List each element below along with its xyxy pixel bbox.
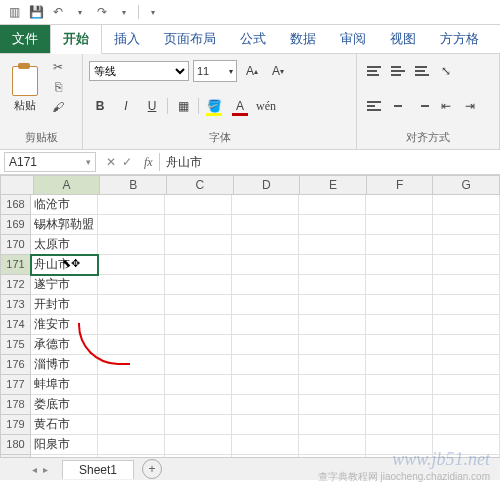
format-painter-icon[interactable]: 🖌 [48, 98, 68, 116]
cell[interactable] [98, 315, 165, 335]
cell[interactable] [98, 235, 165, 255]
cell[interactable] [299, 435, 366, 455]
font-color-button[interactable]: A [229, 95, 251, 117]
column-header[interactable]: G [433, 175, 500, 195]
cell[interactable] [433, 375, 500, 395]
cell[interactable] [232, 295, 299, 315]
row-header[interactable]: 168 [0, 195, 31, 215]
align-center-icon[interactable] [387, 95, 409, 117]
cell[interactable] [98, 435, 165, 455]
column-header[interactable]: D [234, 175, 301, 195]
align-top-icon[interactable] [363, 60, 385, 82]
cell[interactable] [433, 355, 500, 375]
cell[interactable] [366, 355, 433, 375]
sheet-nav-prev-icon[interactable]: ◂ [30, 464, 39, 475]
cell[interactable] [165, 435, 232, 455]
cell[interactable]: 临沧市 [31, 195, 98, 215]
cell[interactable] [366, 375, 433, 395]
select-all-corner[interactable] [0, 175, 34, 195]
cell[interactable] [433, 415, 500, 435]
cell[interactable] [98, 195, 165, 215]
column-header[interactable]: E [300, 175, 367, 195]
cell[interactable] [232, 355, 299, 375]
cell[interactable] [433, 275, 500, 295]
cell[interactable] [232, 435, 299, 455]
row-header[interactable]: 172 [0, 275, 31, 295]
row-header[interactable]: 171 [0, 255, 31, 275]
cell[interactable] [165, 355, 232, 375]
cell[interactable]: 阳泉市 [31, 435, 98, 455]
cell[interactable] [165, 295, 232, 315]
accept-formula-icon[interactable]: ✓ [122, 155, 132, 169]
cut-icon[interactable]: ✂ [48, 58, 68, 76]
cell[interactable] [232, 395, 299, 415]
phonetic-button[interactable]: wén [255, 95, 277, 117]
cell[interactable]: 娄底市 [31, 395, 98, 415]
cell[interactable] [98, 395, 165, 415]
cell[interactable] [366, 395, 433, 415]
formula-bar-input[interactable]: 舟山市 [159, 153, 500, 171]
cell[interactable] [299, 255, 366, 275]
cell[interactable] [299, 275, 366, 295]
column-header[interactable]: C [167, 175, 234, 195]
orientation-icon[interactable]: ⤡ [435, 60, 457, 82]
cell[interactable] [232, 255, 299, 275]
column-header[interactable]: B [100, 175, 167, 195]
cell[interactable] [165, 335, 232, 355]
tab-data[interactable]: 数据 [278, 25, 328, 53]
row-header[interactable]: 180 [0, 435, 31, 455]
add-sheet-button[interactable]: + [142, 459, 162, 479]
cell[interactable] [98, 275, 165, 295]
cell[interactable]: 舟山市 [31, 255, 98, 275]
cell[interactable]: 蚌埠市 [31, 375, 98, 395]
cell[interactable] [98, 375, 165, 395]
cell[interactable] [299, 375, 366, 395]
cell[interactable] [165, 275, 232, 295]
align-middle-icon[interactable] [387, 60, 409, 82]
cell[interactable] [366, 235, 433, 255]
cell[interactable] [299, 195, 366, 215]
sheet-tab[interactable]: Sheet1 [62, 460, 134, 479]
tab-view[interactable]: 视图 [378, 25, 428, 53]
cell[interactable] [299, 335, 366, 355]
cell[interactable]: 淮安市 [31, 315, 98, 335]
tab-other[interactable]: 方方格 [428, 25, 491, 53]
row-header[interactable]: 177 [0, 375, 31, 395]
cell[interactable] [165, 195, 232, 215]
row-header[interactable]: 178 [0, 395, 31, 415]
qat-dropdown2-icon[interactable]: ▾ [116, 4, 132, 20]
cell[interactable] [165, 315, 232, 335]
chevron-down-icon[interactable]: ▾ [86, 157, 91, 167]
italic-button[interactable]: I [115, 95, 137, 117]
cell[interactable]: 遂宁市 [31, 275, 98, 295]
cell[interactable] [98, 295, 165, 315]
cell[interactable] [299, 315, 366, 335]
align-right-icon[interactable] [411, 95, 433, 117]
column-header[interactable]: F [367, 175, 434, 195]
cell[interactable]: 承德市 [31, 335, 98, 355]
cell[interactable] [366, 415, 433, 435]
tab-layout[interactable]: 页面布局 [152, 25, 228, 53]
redo-icon[interactable]: ↷ [94, 4, 110, 20]
cell[interactable] [165, 215, 232, 235]
cell[interactable] [299, 295, 366, 315]
cell[interactable]: 淄博市 [31, 355, 98, 375]
font-name-select[interactable]: 等线 [89, 61, 189, 81]
cell[interactable] [433, 315, 500, 335]
cell[interactable] [299, 395, 366, 415]
cell[interactable] [433, 255, 500, 275]
cell[interactable] [366, 195, 433, 215]
cell[interactable] [232, 275, 299, 295]
cell[interactable] [366, 215, 433, 235]
cell[interactable] [299, 415, 366, 435]
row-header[interactable]: 170 [0, 235, 31, 255]
cell[interactable] [366, 435, 433, 455]
cell[interactable] [366, 255, 433, 275]
cell[interactable] [98, 255, 165, 275]
cell[interactable] [366, 295, 433, 315]
cell[interactable] [98, 415, 165, 435]
qat-dropdown-icon[interactable]: ▾ [72, 4, 88, 20]
cell[interactable] [232, 375, 299, 395]
row-header[interactable]: 169 [0, 215, 31, 235]
row-header[interactable]: 179 [0, 415, 31, 435]
